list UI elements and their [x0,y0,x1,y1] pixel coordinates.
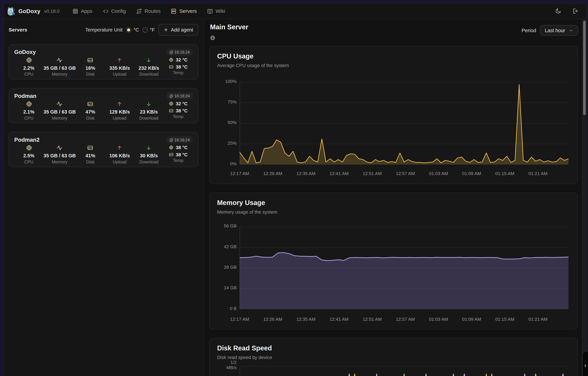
chart-title: CPU Usage [217,52,254,60]
y-axis-tick: 28 GB [210,265,236,270]
server-card-godoxy[interactable]: GoDoxy @ 16:16:24 2.2% CPU 35 GB / 63 GB… [9,44,198,79]
y-axis-tick: 50% [210,120,236,125]
temp-unit-fahrenheit-radio[interactable]: °F [142,27,155,32]
nav-item-label: Servers [179,8,197,14]
arrow-down-icon [146,101,152,107]
disk-stat: 47% Disk [76,101,105,120]
panel-collapse-handle[interactable] [582,351,588,376]
cpu-usage-plot [240,82,568,164]
temp-unit-celsius-radio[interactable]: °C [126,27,139,32]
chevron-left-icon [583,363,588,368]
x-axis-tick: 01:15 AM [488,171,521,176]
activity-icon [56,101,63,107]
x-axis-tick: 12:17 AM [223,317,256,322]
main-scrollbar-track[interactable] [582,19,586,376]
x-axis-tick: 01:21 AM [521,317,555,322]
nav-menu: Apps Config Routes Servers Wiki [72,8,225,14]
chart-title: Disk Read Speed [217,344,272,352]
activity-icon [56,57,63,63]
upload-stat: 335 KB/s Upload [105,57,134,76]
memory-usage-chart-card: Memory Usage Memory usage of the system … [209,193,578,329]
arrow-up-icon [117,145,123,151]
y-axis-tick: 14 GB [210,285,236,291]
cpu-stat: 2.2% CPU [14,57,44,76]
memory-usage-plot [240,227,568,309]
nav-item-wiki[interactable]: Wiki [207,8,225,14]
x-axis-tick: 12:17 AM [223,171,256,176]
disk-read-speed-chart-card: Disk Read Speed Disk read speed by devic… [209,338,578,376]
radio-unselected-icon [142,27,148,32]
brand: GoDoxy v0.18.0 [7,7,60,15]
godoxy-dashboard: GoDoxy v0.18.0 Apps Config Routes [0,0,588,376]
route-icon [136,8,142,14]
nav-item-servers[interactable]: Servers [171,8,197,14]
add-agent-button[interactable]: Add agent [158,24,198,36]
server-timestamp-badge: @ 16:16:24 [166,49,193,55]
x-axis-tick: 12:51 AM [356,171,389,176]
x-axis-tick: 01:03 AM [422,171,455,176]
cpu-icon [169,57,174,62]
memory-stat: 35 GB / 63 GB Memory [43,145,76,164]
x-axis-tick: 12:26 AM [256,171,289,176]
navbar: GoDoxy v0.18.0 Apps Config Routes [3,3,587,19]
server-name: Podman [14,93,37,99]
download-stat: 30 KB/s Download [134,145,163,164]
disk-stat: 16% Disk [76,57,105,76]
cpu-icon [26,145,32,151]
x-axis-tick: 12:41 AM [322,317,355,322]
hard-drive-icon [169,152,174,157]
celsius-label: °C [134,27,139,32]
chart-subtitle: Disk read speed by device [217,355,272,360]
temperature-stat: 32 °C 38 °C Temp [163,57,193,76]
x-axis-tick: 12:57 AM [389,171,422,176]
temperature-stat: 32 °C 38 °C Temp [163,101,193,120]
logout-icon[interactable] [572,8,578,14]
nav-item-routes[interactable]: Routes [136,8,160,14]
app-version: v0.18.0 [44,8,60,14]
upload-stat: 106 KB/s Upload [105,145,134,164]
server-card-podman2[interactable]: Podman2 @ 16:16:24 2.5% CPU 35 GB / 63 G… [9,132,198,167]
server-timestamp-badge: @ 16:16:24 [166,92,193,99]
period-label: Period [522,28,536,33]
disk-read-speed-plot [240,366,568,376]
nav-item-label: Wiki [216,8,225,14]
nav-item-config[interactable]: Config [103,8,126,14]
sidebar-title: Servers [9,27,27,32]
cpu-usage-chart-card: CPU Usage Average CPU usage of the syste… [209,46,578,184]
nav-item-label: Config [111,8,126,14]
server-name: GoDoxy [14,49,36,55]
server-card-podman[interactable]: Podman @ 16:16:24 2.1% CPU 35 GB / 63 GB… [9,88,198,123]
hard-drive-icon [87,145,94,151]
cpu-icon [169,145,174,150]
y-axis-tick: 25% [210,141,236,146]
cpu-stat: 2.5% CPU [14,145,44,164]
cpu-stat: 2.1% CPU [14,101,44,120]
x-axis-labels: 12:17 AM12:26 AM12:35 AM12:41 AM12:51 AM… [240,317,568,323]
memory-stat: 35 GB / 63 GB Memory [43,57,76,76]
moon-icon[interactable] [555,8,561,14]
arrow-up-icon [117,57,123,63]
x-axis-labels: 12:17 AM12:26 AM12:35 AM12:41 AM12:51 AM… [240,171,568,177]
godoxy-logo-icon [7,7,15,15]
server-timestamp-badge: @ 16:16:24 [166,136,193,143]
hard-drive-icon [87,101,94,107]
nav-item-apps[interactable]: Apps [72,8,93,14]
period-value: Last hour [545,28,565,33]
chart-title: Memory Usage [217,199,265,207]
arrow-down-icon [146,57,152,63]
x-axis-tick: 12:41 AM [322,171,355,176]
servers-icon [171,8,177,14]
x-axis-tick: 01:15 AM [488,317,521,322]
servers-sidebar: Servers Temperature Unit °C °F Add agent [3,19,204,376]
main-panel: Main Server Period Last hour CPU Usage A… [204,19,587,376]
download-stat: 232 KB/s Download [134,57,163,76]
chart-subtitle: Memory usage of the system [217,209,277,215]
globe-icon [210,35,215,41]
main-scrollbar-thumb[interactable] [583,21,586,115]
period-select[interactable]: Last hour [540,25,578,36]
x-axis-tick: 01:03 AM [422,317,455,322]
book-open-icon [207,8,213,14]
add-agent-label: Add agent [171,27,193,32]
x-axis-tick: 01:09 AM [455,317,488,322]
cpu-icon [26,101,32,107]
